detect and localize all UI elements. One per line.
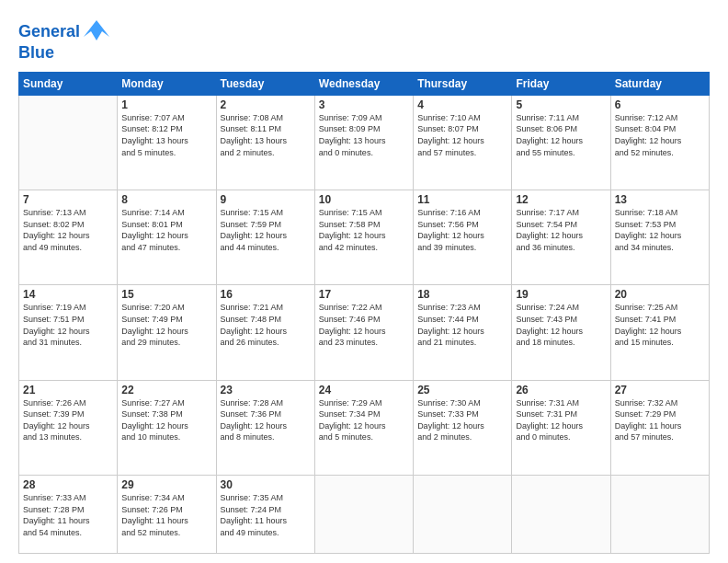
day-number: 22 [121, 384, 211, 396]
day-number: 27 [615, 384, 705, 396]
day-info: Sunrise: 7:25 AMSunset: 7:41 PMDaylight:… [615, 302, 705, 348]
calendar-week-row: 14Sunrise: 7:19 AMSunset: 7:51 PMDayligh… [19, 285, 710, 380]
day-info: Sunrise: 7:31 AMSunset: 7:31 PMDaylight:… [516, 397, 606, 443]
calendar-cell: 1Sunrise: 7:07 AMSunset: 8:12 PMDaylight… [118, 95, 216, 190]
calendar-cell: 4Sunrise: 7:10 AMSunset: 8:07 PMDaylight… [414, 95, 512, 190]
calendar-cell: 15Sunrise: 7:20 AMSunset: 7:49 PMDayligh… [118, 285, 216, 380]
calendar-cell: 30Sunrise: 7:35 AMSunset: 7:24 PMDayligh… [216, 475, 314, 553]
calendar-cell: 19Sunrise: 7:24 AMSunset: 7:43 PMDayligh… [512, 285, 610, 380]
day-info: Sunrise: 7:08 AMSunset: 8:11 PMDaylight:… [221, 112, 311, 158]
day-info: Sunrise: 7:30 AMSunset: 7:33 PMDaylight:… [417, 397, 507, 443]
day-info: Sunrise: 7:24 AMSunset: 7:43 PMDaylight:… [516, 302, 606, 348]
day-info: Sunrise: 7:16 AMSunset: 7:56 PMDaylight:… [417, 207, 507, 253]
calendar-cell [512, 475, 610, 553]
day-number: 14 [23, 288, 113, 301]
day-info: Sunrise: 7:33 AMSunset: 7:28 PMDaylight:… [23, 492, 113, 538]
calendar-cell: 10Sunrise: 7:15 AMSunset: 7:58 PMDayligh… [314, 190, 413, 285]
day-number: 13 [615, 193, 705, 206]
day-info: Sunrise: 7:23 AMSunset: 7:44 PMDaylight:… [417, 302, 507, 348]
day-info: Sunrise: 7:19 AMSunset: 7:51 PMDaylight:… [23, 302, 113, 348]
day-number: 4 [417, 98, 507, 111]
calendar-cell: 26Sunrise: 7:31 AMSunset: 7:31 PMDayligh… [512, 380, 610, 475]
calendar-cell: 28Sunrise: 7:33 AMSunset: 7:28 PMDayligh… [19, 475, 118, 553]
calendar-cell: 23Sunrise: 7:28 AMSunset: 7:36 PMDayligh… [216, 380, 314, 475]
weekday-header: Sunday [19, 72, 118, 95]
calendar-week-row: 7Sunrise: 7:13 AMSunset: 8:02 PMDaylight… [19, 190, 710, 285]
calendar-cell: 22Sunrise: 7:27 AMSunset: 7:38 PMDayligh… [118, 380, 216, 475]
calendar-cell [610, 475, 709, 553]
weekday-header: Saturday [610, 72, 709, 95]
day-info: Sunrise: 7:21 AMSunset: 7:48 PMDaylight:… [221, 302, 311, 348]
day-number: 15 [121, 288, 211, 301]
day-info: Sunrise: 7:32 AMSunset: 7:29 PMDaylight:… [615, 397, 705, 443]
day-number: 28 [23, 478, 113, 491]
header: General Blue [18, 17, 710, 63]
calendar-cell: 6Sunrise: 7:12 AMSunset: 8:04 PMDaylight… [610, 95, 709, 190]
calendar-cell: 20Sunrise: 7:25 AMSunset: 7:41 PMDayligh… [610, 285, 709, 380]
day-info: Sunrise: 7:17 AMSunset: 7:54 PMDaylight:… [516, 207, 606, 253]
weekday-header: Tuesday [216, 72, 314, 95]
day-info: Sunrise: 7:20 AMSunset: 7:49 PMDaylight:… [121, 302, 211, 348]
day-number: 7 [23, 193, 113, 206]
day-number: 2 [221, 98, 311, 111]
day-info: Sunrise: 7:15 AMSunset: 7:58 PMDaylight:… [319, 207, 409, 253]
calendar-cell [414, 475, 512, 553]
day-number: 1 [121, 98, 211, 111]
calendar-cell: 25Sunrise: 7:30 AMSunset: 7:33 PMDayligh… [414, 380, 512, 475]
calendar-cell: 24Sunrise: 7:29 AMSunset: 7:34 PMDayligh… [314, 380, 413, 475]
day-number: 11 [417, 193, 507, 206]
calendar-week-row: 21Sunrise: 7:26 AMSunset: 7:39 PMDayligh… [19, 380, 710, 475]
day-number: 17 [319, 288, 409, 301]
day-info: Sunrise: 7:15 AMSunset: 7:59 PMDaylight:… [221, 207, 311, 253]
day-info: Sunrise: 7:29 AMSunset: 7:34 PMDaylight:… [319, 397, 409, 443]
calendar-cell: 12Sunrise: 7:17 AMSunset: 7:54 PMDayligh… [512, 190, 610, 285]
calendar-cell: 3Sunrise: 7:09 AMSunset: 8:09 PMDaylight… [314, 95, 413, 190]
calendar-cell: 13Sunrise: 7:18 AMSunset: 7:53 PMDayligh… [610, 190, 709, 285]
calendar-cell: 18Sunrise: 7:23 AMSunset: 7:44 PMDayligh… [414, 285, 512, 380]
day-number: 12 [516, 193, 606, 206]
calendar-cell: 29Sunrise: 7:34 AMSunset: 7:26 PMDayligh… [118, 475, 216, 553]
day-number: 21 [23, 384, 113, 396]
calendar-cell: 17Sunrise: 7:22 AMSunset: 7:46 PMDayligh… [314, 285, 413, 380]
day-number: 18 [417, 288, 507, 301]
calendar-table: SundayMondayTuesdayWednesdayThursdayFrid… [18, 72, 710, 554]
calendar-cell: 21Sunrise: 7:26 AMSunset: 7:39 PMDayligh… [19, 380, 118, 475]
day-number: 6 [615, 98, 705, 111]
day-info: Sunrise: 7:09 AMSunset: 8:09 PMDaylight:… [319, 112, 409, 158]
day-number: 29 [121, 478, 211, 491]
day-info: Sunrise: 7:28 AMSunset: 7:36 PMDaylight:… [221, 397, 311, 443]
calendar-cell: 8Sunrise: 7:14 AMSunset: 8:01 PMDaylight… [118, 190, 216, 285]
calendar-cell: 16Sunrise: 7:21 AMSunset: 7:48 PMDayligh… [216, 285, 314, 380]
day-info: Sunrise: 7:14 AMSunset: 8:01 PMDaylight:… [121, 207, 211, 253]
calendar-cell: 5Sunrise: 7:11 AMSunset: 8:06 PMDaylight… [512, 95, 610, 190]
weekday-header: Wednesday [314, 72, 413, 95]
svg-marker-0 [84, 20, 109, 40]
calendar-cell: 14Sunrise: 7:19 AMSunset: 7:51 PMDayligh… [19, 285, 118, 380]
day-number: 23 [221, 384, 311, 396]
day-number: 19 [516, 288, 606, 301]
calendar-cell: 11Sunrise: 7:16 AMSunset: 7:56 PMDayligh… [414, 190, 512, 285]
day-info: Sunrise: 7:35 AMSunset: 7:24 PMDaylight:… [221, 492, 311, 538]
weekday-header: Thursday [414, 72, 512, 95]
day-number: 25 [417, 384, 507, 396]
logo-blue-text: Blue [18, 44, 111, 63]
day-info: Sunrise: 7:27 AMSunset: 7:38 PMDaylight:… [121, 397, 211, 443]
calendar-cell: 7Sunrise: 7:13 AMSunset: 8:02 PMDaylight… [19, 190, 118, 285]
day-info: Sunrise: 7:13 AMSunset: 8:02 PMDaylight:… [23, 207, 113, 253]
weekday-header: Monday [118, 72, 216, 95]
day-number: 8 [121, 193, 211, 206]
day-number: 3 [319, 98, 409, 111]
calendar-cell [314, 475, 413, 553]
day-number: 26 [516, 384, 606, 396]
calendar-cell [19, 95, 118, 190]
day-number: 10 [319, 193, 409, 206]
logo: General Blue [18, 20, 111, 63]
day-info: Sunrise: 7:10 AMSunset: 8:07 PMDaylight:… [417, 112, 507, 158]
calendar-week-row: 1Sunrise: 7:07 AMSunset: 8:12 PMDaylight… [19, 95, 710, 190]
day-number: 9 [221, 193, 311, 206]
calendar-week-row: 28Sunrise: 7:33 AMSunset: 7:28 PMDayligh… [19, 475, 710, 553]
calendar-cell: 9Sunrise: 7:15 AMSunset: 7:59 PMDaylight… [216, 190, 314, 285]
day-info: Sunrise: 7:22 AMSunset: 7:46 PMDaylight:… [319, 302, 409, 348]
day-info: Sunrise: 7:11 AMSunset: 8:06 PMDaylight:… [516, 112, 606, 158]
day-info: Sunrise: 7:26 AMSunset: 7:39 PMDaylight:… [23, 397, 113, 443]
